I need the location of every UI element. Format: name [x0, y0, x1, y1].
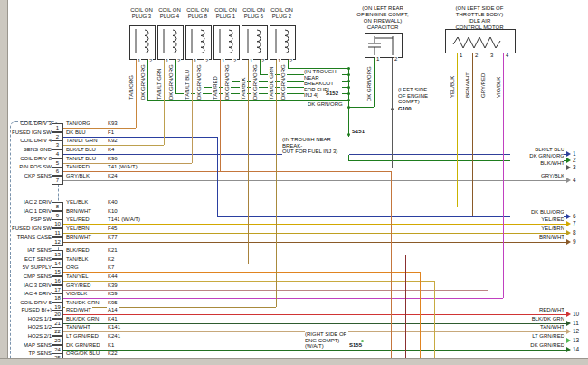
wire [62, 171, 391, 172]
wire-circuit-label: K7 [107, 264, 115, 271]
pcm-pin-number: 18 [52, 293, 63, 303]
splice-s151-note: (IN TROUGH NEAR BREAK-OUT FOR FUEL INJ 3… [282, 137, 349, 155]
arrow-right-icon [566, 158, 571, 163]
wire-circuit-label: K2 [107, 256, 115, 263]
wire-color-label: VIO/BLK [65, 291, 88, 297]
pcm-signal-label: IAC 4 DRIV [12, 291, 52, 297]
pin-number: 2 [394, 56, 398, 62]
wire-color-label: BLK/RED [65, 247, 90, 254]
capacitor-icon [365, 34, 402, 57]
wire-color-label: YEL/RED [65, 216, 90, 223]
wire-color-label: DK GRN/ORG [139, 62, 147, 100]
pcm-pin-number: 8 [52, 202, 63, 211]
coil-box [213, 25, 240, 60]
wire-color-label: YEL/BRN [65, 226, 90, 232]
off-page-number: 4 [573, 177, 576, 183]
off-page-number: 12 [573, 328, 579, 334]
wire-color-label: GRY/RED [65, 283, 91, 289]
pin-number: 1 [459, 53, 463, 58]
wire-color-label: DK GRN/ORG [223, 62, 231, 100]
wire-color-label: TAN/WHT [510, 324, 564, 331]
wire-color-label: GRY/BLK [510, 173, 564, 179]
pcm-signal-label: HO2S 2/1 [12, 333, 52, 340]
pcm-signal-label: TP SENS [12, 351, 52, 357]
wire-color-label: DK GRN/RED [510, 342, 564, 349]
wire-circuit-label: K95 [107, 300, 119, 306]
wire-circuit-label: K4 [107, 147, 115, 153]
pcm-signal-label: COIL DRIV 3 [12, 120, 52, 127]
wire-circuit-label: K92 [107, 138, 119, 144]
wire-color-label: RED/WHT [510, 307, 564, 313]
wire-color-label: TAN/WHT [65, 324, 91, 331]
pcm-signal-label: IAT SENS [12, 247, 52, 254]
splice-dot [347, 80, 350, 82]
off-page-number: 3 [573, 164, 576, 170]
wire-color-label: GRY/BLK [65, 173, 90, 179]
off-page-number: 11 [573, 320, 579, 326]
wire [420, 272, 421, 358]
arrow-right-icon [566, 221, 571, 226]
coil-caption: COIL ONPLUG 2 [262, 7, 301, 20]
wire [147, 58, 148, 100]
wire [472, 52, 473, 216]
off-page-number: 9 [573, 238, 576, 245]
viewer-left-margin [0, 0, 8, 365]
arrow-right-icon [566, 338, 571, 343]
wire [62, 350, 566, 351]
pcm-pin-number: 12 [52, 237, 63, 246]
wire [434, 281, 435, 358]
arrow-right-icon [566, 312, 571, 317]
wire-circuit-label: K24 [107, 173, 119, 179]
wire [391, 171, 392, 358]
wire-color-label: TAN/LT BLU [184, 62, 191, 100]
coil-winding-icon [242, 26, 267, 59]
pcm-signal-label: COIL DRIV 4 [12, 138, 52, 144]
wire [488, 52, 488, 290]
pcm-signal-label: COIL DRIV 5 [12, 300, 52, 306]
wire-color-label: YEL/RED [510, 216, 564, 223]
wire [192, 58, 193, 163]
wire-color-label: YEL/BRN [510, 226, 564, 232]
wire [62, 224, 566, 225]
wire [136, 58, 137, 128]
wire [62, 314, 566, 315]
pin-number: 2 [289, 58, 293, 63]
arrow-right-icon [566, 165, 571, 170]
motor-winding-icon [446, 30, 515, 53]
arrow-right-icon [566, 329, 571, 334]
wire [164, 58, 165, 145]
splice-s151-label: S151 [352, 129, 365, 135]
pcm-signal-label: CMP SENS [12, 274, 52, 280]
pcm-signal-label: 5V SUPPLY [12, 264, 52, 271]
wire [276, 58, 277, 307]
wire-color-label: TAN/ORG [65, 120, 91, 127]
wire [248, 58, 249, 264]
wire-circuit-label: K141 [107, 324, 121, 331]
pcm-signal-label: IAC 1 DRIV [12, 208, 52, 215]
wire-color-label: BLK/WHT [510, 160, 564, 167]
coil-box [129, 25, 156, 60]
coil-winding-icon [130, 26, 155, 59]
splice-s151-dot [347, 133, 350, 136]
pin-number: 3 [489, 53, 494, 58]
coil-winding-icon [214, 26, 239, 59]
wire-circuit-label: K96 [107, 156, 119, 162]
pcm-pin-number: 3 [52, 140, 63, 149]
wire-circuit-label: K41 [107, 316, 119, 322]
pin-number: 2 [204, 58, 209, 63]
pcm-pin-number: 6 [52, 167, 63, 176]
wire-color-label: TAN/LT BLU [65, 156, 97, 162]
wire [62, 255, 405, 255]
wire [62, 233, 566, 234]
pin-number: 2 [176, 58, 181, 63]
pcm-pin-number: 20 [52, 310, 63, 319]
pcm-pin-number: 16 [52, 276, 63, 285]
wire-circuit-label: F1 [107, 130, 115, 136]
wire-circuit-label: A14 [107, 307, 119, 313]
wire-color-label: BLK/DK GRN [510, 316, 564, 322]
wire [62, 298, 503, 299]
pcm-pin-number: 7 [52, 176, 63, 185]
pcm-signal-label: IAC 2 DRIV [12, 199, 52, 206]
wire-circuit-label: F45 [107, 226, 118, 232]
pcm-signal-label: MAP SENS [12, 342, 52, 349]
